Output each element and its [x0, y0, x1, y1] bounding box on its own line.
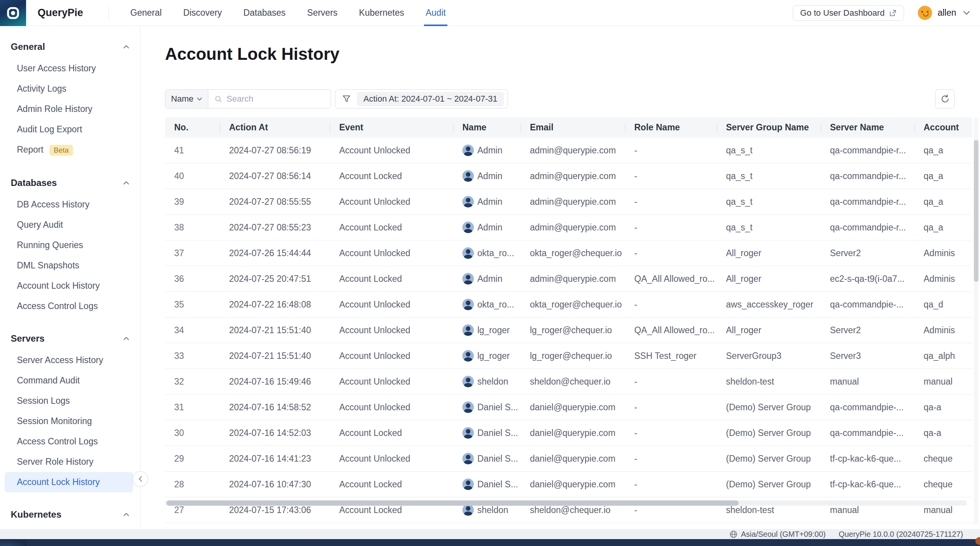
cell-event: Account Unlocked [330, 351, 453, 361]
sidebar-item-admin-role-history[interactable]: Admin Role History [0, 99, 140, 119]
cell-name-text: Admin [477, 171, 502, 181]
chevron-down-icon[interactable] [963, 11, 970, 15]
table-row[interactable]: 332024-07-21 15:51:40Account Unlockedlg_… [165, 343, 972, 369]
table-row[interactable]: 322024-07-16 15:49:46Account Unlockedshe… [165, 369, 972, 395]
tab-kubernetes[interactable]: Kubernetes [359, 0, 404, 26]
table-row[interactable]: 312024-07-16 14:58:52Account UnlockedDan… [165, 395, 972, 420]
cell-server-group-name: All_roger [717, 325, 821, 335]
cell-no: 28 [165, 479, 220, 490]
cell-server-name: qa-commandpie-... [821, 402, 914, 413]
sidebar-section-title: Databases [11, 178, 57, 188]
beta-badge: Beta [49, 145, 73, 156]
user-avatar-icon [462, 504, 474, 516]
account-lock-history-table: No.Action AtEventNameEmailRole NameServe… [165, 117, 972, 523]
cell-name-text: sheldon [477, 505, 508, 515]
cell-action-at: 2024-07-27 08:56:14 [220, 171, 330, 181]
sidebar-item-access-control-logs[interactable]: Access Control Logs [0, 431, 140, 452]
cell-server-name: manual [821, 377, 914, 387]
column-header-no: No. [165, 122, 220, 133]
filter-chip-action-at[interactable]: Action At: 2024-07-01 ~ 2024-07-31 [357, 92, 504, 106]
user-avatar-icon [462, 427, 474, 439]
sidebar-item-account-lock-history[interactable]: Account Lock History [5, 472, 133, 492]
user-avatar-icon [462, 145, 474, 156]
go-to-user-dashboard-button[interactable]: Go to User Dashboard [793, 5, 904, 21]
chevron-up-icon [123, 45, 129, 49]
cell-action-at: 2024-07-27 08:55:23 [220, 222, 330, 233]
user-avatar-icon [462, 170, 474, 182]
sidebar-item-server-access-history[interactable]: Server Access History [0, 350, 140, 370]
search-box [208, 90, 331, 108]
cell-name-text: Daniel S... [477, 402, 518, 413]
cell-server-name: tf-cp-kac-k6-que... [821, 454, 914, 464]
table-row[interactable]: 382024-07-27 08:55:23Account LockedAdmin… [165, 215, 972, 240]
user-avatar[interactable] [918, 6, 932, 20]
cell-email: lg_roger@chequer.io [521, 351, 625, 361]
cell-action-at: 2024-07-16 14:58:52 [220, 402, 330, 413]
table-row[interactable]: 392024-07-27 08:55:55Account UnlockedAdm… [165, 189, 972, 215]
user-avatar-icon [462, 479, 474, 490]
sidebar-item-audit-log-export[interactable]: Audit Log Export [0, 119, 140, 140]
tab-general[interactable]: General [130, 0, 162, 26]
tab-servers[interactable]: Servers [307, 0, 337, 26]
table-row[interactable]: 362024-07-25 20:47:51Account LockedAdmin… [165, 266, 972, 292]
table-row[interactable]: 292024-07-16 14:41:23Account UnlockedDan… [165, 446, 972, 472]
table-body: 412024-07-27 08:56:19Account UnlockedAdm… [165, 138, 972, 523]
sidebar-item-query-audit[interactable]: Query Audit [0, 215, 140, 235]
cell-server-group-name: (Demo) Server Group [717, 454, 821, 464]
tab-databases[interactable]: Databases [243, 0, 285, 26]
sidebar-item-command-audit[interactable]: Command Audit [0, 370, 140, 391]
tab-discovery[interactable]: Discovery [183, 0, 222, 26]
table-row[interactable]: 372024-07-26 15:44:44Account Unlockedokt… [165, 240, 972, 266]
search-field-selector[interactable]: Name [165, 90, 208, 108]
cell-role-name: - [625, 248, 717, 258]
sidebar-item-session-logs[interactable]: Session Logs [0, 391, 140, 411]
cell-email: lg_roger@chequer.io [521, 325, 625, 335]
sidebar-collapse-button[interactable] [133, 471, 148, 487]
sidebar-item-label: DB Access History [17, 199, 89, 209]
sidebar-item-label: Command Audit [17, 375, 80, 385]
cell-action-at: 2024-07-15 17:43:06 [220, 505, 330, 515]
bottom-strip-right-decoration [975, 537, 980, 545]
table-row[interactable]: 412024-07-27 08:56:19Account UnlockedAdm… [165, 138, 972, 163]
funnel-icon [342, 94, 351, 104]
sidebar-section-kubernetes[interactable]: Kubernetes [0, 509, 140, 520]
user-name: allen [937, 8, 956, 18]
sidebar-item-server-role-history[interactable]: Server Role History [0, 452, 140, 472]
sidebar-item-running-queries[interactable]: Running Queries [0, 235, 140, 255]
table-row[interactable]: 282024-07-16 10:47:30Account LockedDanie… [165, 472, 972, 497]
user-avatar-icon [462, 273, 474, 285]
sidebar-item-session-monitoring[interactable]: Session Monitoring [0, 411, 140, 431]
sidebar-item-label: Account Lock History [17, 281, 100, 291]
cell-name: sheldon [453, 376, 521, 387]
search-input[interactable] [227, 94, 331, 104]
cell-account: cheque [914, 454, 972, 464]
tab-audit[interactable]: Audit [426, 0, 445, 26]
user-avatar-icon [462, 350, 474, 362]
user-avatar-icon [462, 247, 474, 259]
table-row[interactable]: 342024-07-21 15:51:40Account Unlockedlg_… [165, 317, 972, 343]
table-row[interactable]: 352024-07-22 16:48:08Account Unlockedokt… [165, 292, 972, 317]
sidebar-item-access-control-logs[interactable]: Access Control Logs [0, 296, 140, 316]
filter-button[interactable]: Action At: 2024-07-01 ~ 2024-07-31 [335, 89, 508, 109]
cell-event: Account Locked [330, 171, 453, 181]
sidebar-section-servers[interactable]: Servers [0, 333, 140, 344]
sidebar-item-report[interactable]: ReportBeta [0, 140, 140, 161]
sidebar-item-activity-logs[interactable]: Activity Logs [0, 79, 140, 99]
sidebar-item-db-access-history[interactable]: DB Access History [0, 194, 140, 215]
cell-name-text: okta_ro... [477, 248, 514, 258]
cell-account: qa_a [914, 171, 972, 181]
refresh-icon [940, 94, 950, 104]
sidebar-section-databases[interactable]: Databases [0, 178, 140, 188]
refresh-button[interactable] [935, 89, 955, 109]
sidebar-item-dml-snapshots[interactable]: DML Snapshots [0, 255, 140, 276]
vertical-scrollbar-thumb[interactable] [974, 140, 978, 282]
table-row[interactable]: 402024-07-27 08:56:14Account LockedAdmin… [165, 163, 972, 189]
cell-server-group-name: sheldon-test [717, 377, 821, 387]
sidebar-item-account-lock-history[interactable]: Account Lock History [0, 276, 140, 296]
querypie-logo[interactable] [0, 0, 26, 26]
sidebar-section-general[interactable]: General [0, 41, 140, 52]
cell-server-group-name: All_roger [717, 248, 821, 258]
horizontal-scrollbar-thumb[interactable] [167, 500, 739, 506]
sidebar-item-user-access-history[interactable]: User Access History [0, 58, 140, 79]
table-row[interactable]: 302024-07-16 14:52:03Account LockedDanie… [165, 420, 972, 446]
